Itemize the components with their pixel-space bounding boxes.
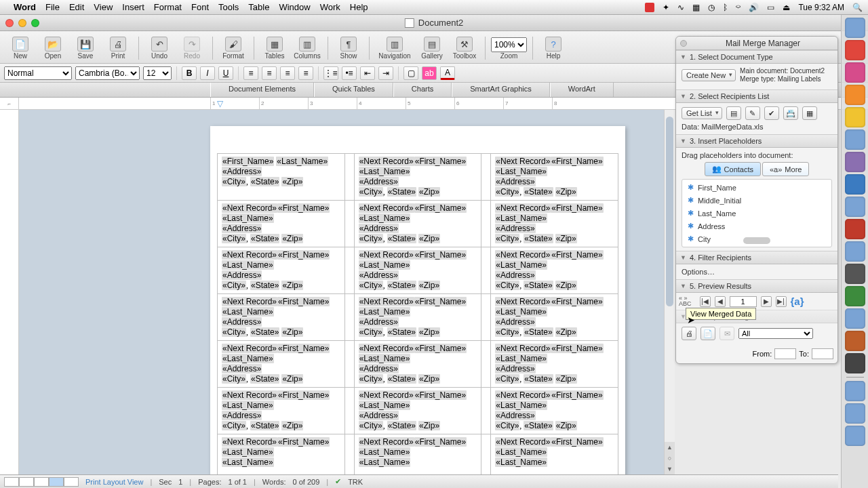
label-cell[interactable]: «Next Record»«First_Name» «Last_Name»«Ad… — [354, 388, 481, 434]
highlight-button[interactable]: ab — [422, 66, 437, 80]
dock-app-5[interactable] — [845, 107, 865, 127]
style-select[interactable]: Normal — [4, 66, 72, 80]
timemachine-icon[interactable]: ◷ — [708, 3, 715, 12]
to-input[interactable] — [812, 348, 833, 359]
redo-button[interactable]: ↷Redo — [177, 37, 207, 60]
field-list-scroll[interactable] — [743, 237, 770, 244]
wifi-icon[interactable]: ⌔ — [736, 3, 741, 12]
open-source-icon[interactable]: ▤ — [726, 106, 741, 120]
label-cell[interactable]: «Next Record»«First_Name» «Last_Name»«Ad… — [218, 388, 345, 434]
grid-icon[interactable]: ▦ — [692, 3, 700, 12]
numbered-list-button[interactable]: ⋮≡ — [323, 66, 338, 80]
from-input[interactable] — [774, 348, 796, 359]
record-number-input[interactable] — [730, 296, 757, 307]
dock-app-7[interactable] — [845, 152, 865, 172]
label-cell[interactable]: «Next Record»«First_Name» «Last_Name»«Ad… — [491, 201, 618, 247]
rec-icon[interactable] — [645, 3, 654, 12]
battery-icon[interactable]: ▭ — [767, 3, 774, 12]
label-cell[interactable]: «Next Record»«First_Name» «Last_Name»«Ad… — [491, 154, 618, 201]
edit-source-icon[interactable]: ✎ — [745, 106, 760, 120]
mmm-titlebar[interactable]: Mail Merge Manager — [676, 37, 837, 50]
dock-app-1[interactable] — [845, 18, 865, 38]
dock-app-12[interactable] — [845, 264, 865, 284]
label-cell[interactable]: «Next Record»«First_Name» «Last_Name»«La… — [491, 434, 618, 475]
label-cell[interactable]: «Next Record»«First_Name» «Last_Name»«La… — [218, 434, 345, 475]
menu-table[interactable]: Table — [248, 2, 269, 12]
evernote-icon[interactable]: ✦ — [663, 3, 669, 12]
address-book-icon[interactable]: 📇 — [783, 106, 798, 120]
dock-app-11[interactable] — [845, 241, 865, 262]
view-notebook[interactable] — [64, 477, 79, 487]
dock-app-6[interactable] — [845, 129, 865, 150]
mmm-section-5[interactable]: ▼5. Preview Results — [676, 279, 837, 293]
first-record-button[interactable]: |◀ — [700, 296, 711, 307]
font-color-button[interactable]: A — [440, 66, 455, 80]
label-cell[interactable]: «Next Record»«First_Name» «Last_Name»«Ad… — [491, 247, 618, 294]
view-draft[interactable] — [4, 477, 19, 487]
open-button[interactable]: 📂Open — [38, 37, 68, 60]
label-cell[interactable]: «First_Name» «Last_Name»«Address»«City»,… — [218, 154, 345, 201]
page[interactable]: «First_Name» «Last_Name»«Address»«City»,… — [210, 126, 625, 474]
format-button[interactable]: 🖌Format — [218, 37, 248, 60]
field-first-name[interactable]: First_Name — [682, 181, 831, 194]
menu-insert[interactable]: Insert — [122, 2, 144, 12]
menu-font[interactable]: Font — [191, 2, 209, 12]
tab-charts[interactable]: Charts — [393, 83, 452, 97]
get-list-dropdown[interactable]: Get List — [682, 107, 722, 119]
field-address[interactable]: Address — [682, 220, 831, 232]
last-record-button[interactable]: ▶| — [776, 296, 787, 307]
zoom-control[interactable]: 100%Zoom — [491, 37, 527, 60]
contacts-tab[interactable]: 👥Contacts — [705, 162, 761, 176]
tab-wordart[interactable]: WordArt — [550, 83, 614, 97]
spotlight-icon[interactable]: 🔍 — [852, 3, 863, 12]
tables-button[interactable]: ▦Tables — [260, 37, 290, 60]
merge-range-select[interactable]: All — [738, 328, 813, 339]
field-middle-initial[interactable]: Middle_Initial — [682, 194, 831, 207]
dock-app-2[interactable] — [845, 40, 865, 60]
menu-file[interactable]: File — [45, 2, 60, 12]
scroll-thumb[interactable] — [666, 117, 673, 306]
bold-button[interactable]: B — [182, 66, 197, 80]
view-merged-button[interactable]: « »ABC — [676, 293, 692, 306]
view-outline[interactable] — [19, 477, 34, 487]
mmm-section-1[interactable]: ▼1. Select Document Type — [676, 50, 837, 64]
underline-button[interactable]: U — [218, 66, 233, 80]
field-codes-button[interactable]: {a} — [791, 296, 804, 307]
label-cell[interactable]: «Next Record»«First_Name» «Last_Name»«Ad… — [218, 294, 345, 341]
menu-view[interactable]: View — [94, 2, 113, 12]
menu-work[interactable]: Work — [320, 2, 340, 12]
italic-button[interactable]: I — [200, 66, 215, 80]
dock-app-16[interactable] — [845, 353, 865, 373]
sync-icon[interactable]: ∿ — [677, 3, 684, 12]
dock-app-15[interactable] — [845, 331, 865, 351]
options-link[interactable]: Options… — [682, 268, 715, 276]
vertical-scrollbar[interactable]: ▲ ○ ▼ — [664, 110, 675, 474]
bulleted-list-button[interactable]: •≡ — [342, 66, 357, 80]
merge-to-doc-icon[interactable]: 📄 — [701, 327, 715, 340]
mmm-close[interactable] — [680, 40, 687, 47]
label-cell[interactable]: «Next Record»«First_Name» «Last_Name»«Ad… — [491, 294, 618, 341]
label-cell[interactable]: «Next Record»«First_Name» «Last_Name»«Ad… — [491, 388, 618, 434]
menu-window[interactable]: Window — [279, 2, 310, 12]
mmm-section-4[interactable]: ▼4. Filter Recipients — [676, 251, 837, 264]
tab-quick-tables[interactable]: Quick Tables — [314, 83, 393, 97]
navigation-button[interactable]: ▥Navigation — [375, 37, 414, 60]
label-cell[interactable]: «Next Record»«First_Name» «Last_Name»«Ad… — [354, 294, 481, 341]
app-name[interactable]: Word — [14, 2, 36, 12]
dock-app-19[interactable] — [845, 426, 865, 446]
menu-tools[interactable]: Tools — [218, 2, 239, 12]
label-cell[interactable]: «Next Record»«First_Name» «Last_Name»«La… — [354, 434, 481, 475]
undo-button[interactable]: ↶Undo — [144, 37, 174, 60]
field-last-name[interactable]: Last_Name — [682, 207, 831, 220]
menu-edit[interactable]: Edit — [69, 2, 84, 12]
align-justify-button[interactable]: ≡ — [298, 66, 313, 80]
vertical-ruler[interactable] — [0, 110, 19, 474]
more-tab[interactable]: «a»More — [762, 162, 809, 176]
decrease-indent-button[interactable]: ⇤ — [360, 66, 375, 80]
prev-page-icon[interactable]: ▲ — [665, 442, 675, 453]
dock-app-13[interactable] — [845, 286, 865, 306]
align-center-button[interactable]: ≡ — [262, 66, 277, 80]
font-select[interactable]: Cambria (Bo… — [75, 66, 140, 80]
help-button[interactable]: ?Help — [538, 37, 568, 60]
window-zoom[interactable] — [31, 19, 39, 27]
